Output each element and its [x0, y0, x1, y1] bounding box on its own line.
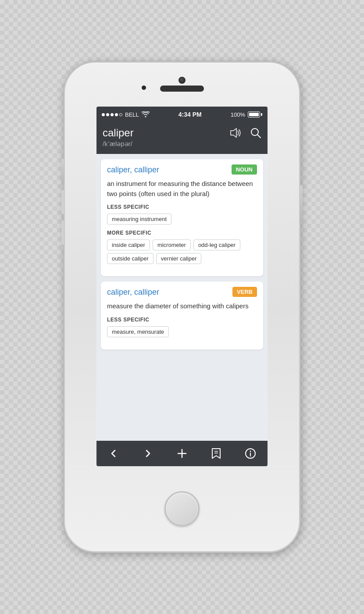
verb-card-definition: measure the diameter of something with c… [107, 301, 257, 311]
phone-bottom [164, 466, 200, 551]
more-specific-tags-noun: inside caliper micrometer odd-leg calipe… [107, 239, 257, 264]
signal-dot-5 [119, 113, 122, 116]
header-icons [229, 127, 261, 139]
tag-outside-caliper[interactable]: outside caliper [107, 253, 153, 264]
camera [178, 77, 186, 84]
noun-badge: NOUN [232, 164, 257, 175]
status-bar: BELL 4:34 PM 100% [96, 107, 268, 122]
tag-micrometer[interactable]: micrometer [153, 239, 191, 250]
verb-card: caliper, calliper VERB measure the diame… [101, 282, 263, 350]
signal-dot-3 [111, 113, 114, 116]
home-button[interactable] [164, 491, 200, 526]
more-specific-label-noun: MORE SPECIFIC [107, 230, 257, 236]
signal-dot-4 [115, 113, 118, 116]
signal-dot-2 [106, 113, 109, 116]
less-specific-label-verb: LESS SPECIFIC [107, 317, 257, 323]
header-word: caliper [103, 127, 134, 139]
svg-marker-0 [231, 129, 236, 137]
search-icon[interactable] [250, 127, 261, 139]
less-specific-tags-verb: measure, mensurate [107, 326, 257, 337]
svg-line-2 [257, 135, 261, 138]
status-right: 100% [231, 111, 262, 118]
content-area[interactable]: caliper, calliper NOUN an instrument for… [96, 154, 268, 441]
phone-top [65, 63, 299, 107]
phone-frame: BELL 4:34 PM 100% [64, 61, 300, 553]
wifi-icon [142, 111, 150, 118]
tag-odd-leg-caliper[interactable]: odd-leg caliper [193, 239, 240, 250]
bookmark-button[interactable] [207, 444, 226, 463]
carrier-label: BELL [125, 111, 139, 118]
header-ipa: /kˈæləpər/ [103, 140, 261, 148]
status-time: 4:34 PM [178, 111, 202, 118]
add-button[interactable] [172, 444, 192, 463]
svg-point-9 [250, 451, 251, 452]
phone-screen: BELL 4:34 PM 100% [96, 107, 268, 466]
back-button[interactable] [104, 444, 123, 463]
less-specific-label-noun: LESS SPECIFIC [107, 204, 257, 210]
noun-card-word: caliper, calliper [107, 165, 159, 175]
signal-dot-1 [102, 113, 105, 116]
less-specific-tags-noun: measuring instrument [107, 214, 257, 225]
info-button[interactable] [241, 444, 260, 463]
front-camera [142, 86, 146, 90]
tag-inside-caliper[interactable]: inside caliper [107, 239, 150, 250]
tag-measure-mensurate[interactable]: measure, mensurate [107, 326, 169, 337]
signal-dots [102, 113, 122, 116]
app-header: caliper /kˈæləpər/ [96, 122, 268, 154]
noun-card: caliper, calliper NOUN an instrument for… [101, 159, 263, 276]
sound-icon[interactable] [229, 128, 242, 138]
verb-card-word: caliper, calliper [107, 288, 159, 297]
verb-badge: VERB [232, 287, 257, 297]
battery-label: 100% [231, 111, 245, 118]
noun-card-definition: an instrument for measuring the distance… [107, 179, 257, 199]
forward-button[interactable] [138, 444, 157, 463]
status-left: BELL [102, 111, 150, 118]
tag-vernier-caliper[interactable]: vernier caliper [156, 253, 202, 264]
bottom-bar [96, 441, 268, 466]
tag-measuring-instrument[interactable]: measuring instrument [107, 214, 171, 225]
speaker [160, 86, 204, 92]
battery-icon [248, 111, 262, 118]
